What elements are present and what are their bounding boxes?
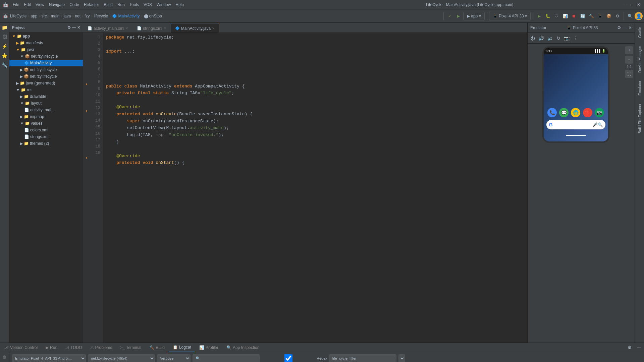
code-content[interactable]: package net.fzy.lifecycle; import ...; p… [103, 33, 527, 343]
emulator-screenshot-btn[interactable]: 📷 [562, 35, 571, 42]
avd-button[interactable]: 📱 [596, 11, 604, 21]
tree-item-java-generated[interactable]: ▶ 📁 java (generated) [9, 80, 83, 86]
app-dropdown[interactable]: ▶ app ▾ [463, 12, 485, 20]
tab-app-inspection[interactable]: 🔍 App Inspection [222, 343, 263, 352]
stop-button[interactable]: ⏹ [570, 11, 578, 21]
tree-item-mipmap[interactable]: ▶ 📁 mipmap [9, 113, 83, 120]
emulator-power-btn[interactable]: ⏻ [529, 35, 536, 42]
phone-app-phone[interactable]: 📞 [547, 108, 557, 117]
tab-terminal[interactable]: >_ Terminal [116, 343, 145, 352]
tab-mainactivity[interactable]: 🔷 MainActivity.java ✕ [171, 24, 219, 33]
emulator-settings-btn[interactable]: ⚙ [617, 25, 621, 30]
breadcrumb-fzy[interactable]: fzy [85, 14, 90, 18]
breadcrumb-lifecycle[interactable]: LifeCycle [10, 14, 26, 18]
logcat-regex-check[interactable] [262, 354, 315, 362]
emulator-minimize-btn[interactable]: — [623, 25, 627, 30]
coverage-button[interactable]: 🛡 [552, 11, 560, 21]
sidebar-emulator-label[interactable]: Emulator [636, 78, 643, 98]
sidebar-build-file-explorer-label[interactable]: Build File Explorer [636, 101, 643, 136]
breadcrumb-lifecycle2[interactable]: lifecycle [94, 14, 108, 18]
tree-item-layout[interactable]: ▼ 📁 layout [9, 100, 83, 107]
project-hide-icon[interactable]: ✕ [77, 25, 80, 30]
logcat-package-filter[interactable]: net.fzy.lifecycle (4654) [88, 354, 155, 362]
settings-button[interactable]: ⚙ [613, 11, 622, 21]
menu-run[interactable]: Run [115, 2, 127, 8]
tree-item-java[interactable]: ▼ 📁 java [9, 46, 83, 53]
sidebar-resource-manager-icon[interactable]: 🖼 [1, 34, 8, 40]
menu-file[interactable]: File [11, 2, 21, 8]
emulator-rotate-btn[interactable]: ↻ [555, 35, 562, 42]
toolbar-check-icon[interactable]: ✓ [446, 11, 454, 21]
breadcrumb-net[interactable]: net [75, 14, 80, 18]
breadcrumb-main[interactable]: main [51, 14, 59, 18]
logcat-filter-input[interactable] [329, 354, 396, 362]
tab-todo[interactable]: ☑ TODO [61, 343, 86, 352]
gradle-button[interactable]: 🔨 [587, 11, 595, 21]
tab-activity-main[interactable]: 📄 activity_main.xml ✕ [83, 24, 132, 33]
search-button[interactable]: 🔍 [626, 11, 634, 21]
emulator-vol-up-btn[interactable]: 🔊 [537, 35, 545, 42]
emulator-zoom-in-btn[interactable]: + [625, 46, 633, 54]
menu-vcs[interactable]: VCS [142, 2, 154, 8]
debug-button[interactable]: 🐛 [544, 11, 552, 21]
menu-navigate[interactable]: Navigate [47, 2, 67, 8]
menu-window[interactable]: Window [155, 2, 173, 8]
tree-item-manifests[interactable]: ▶ 📁 manifests [9, 40, 83, 46]
profile-button[interactable]: 📊 [561, 11, 569, 21]
close-button[interactable]: ✕ [636, 2, 641, 7]
logcat-filter-dropdown[interactable]: ▾ [398, 354, 405, 362]
menu-build[interactable]: Build [102, 2, 115, 8]
sdk-button[interactable]: 📦 [605, 11, 613, 21]
bottom-hide-btn[interactable]: — [634, 345, 644, 350]
menu-help[interactable]: Help [173, 2, 186, 8]
breadcrumb-src[interactable]: src [41, 14, 47, 18]
logcat-level-filter[interactable]: Verbose Debug Info Warn Error [157, 354, 191, 362]
breadcrumb-java[interactable]: java [63, 14, 71, 18]
tab-version-control[interactable]: ⎇ Version Control [0, 343, 42, 352]
menu-tools[interactable]: Tools [127, 2, 141, 8]
bottom-settings-btn[interactable]: ⚙ [625, 345, 634, 350]
tree-item-activity-main[interactable]: 📄 activity_mai... [9, 107, 83, 113]
tree-item-app[interactable]: ▼ 📁 app [9, 33, 83, 40]
breadcrumb-onstop[interactable]: ⬤ onStop [144, 14, 162, 18]
tab-problems[interactable]: ⚠ Problems [86, 343, 116, 352]
phone-lens-icon[interactable]: 🔍 [598, 122, 603, 127]
emulator-vol-down-btn[interactable]: 🔉 [546, 35, 554, 42]
tree-item-net3[interactable]: ▶ 📦 net.fzy.lifecycle [9, 73, 83, 80]
menu-code[interactable]: Code [67, 2, 81, 8]
sidebar-bookmarks-icon[interactable]: ⭐ [1, 52, 8, 59]
sidebar-device-manager-label[interactable]: Device Manager [636, 43, 643, 75]
project-collapse-icon[interactable]: — [72, 25, 76, 30]
user-avatar[interactable]: 👤 [635, 12, 643, 20]
menu-view[interactable]: View [34, 2, 46, 8]
breadcrumb-app[interactable]: app [31, 14, 37, 18]
logcat-device-filter[interactable]: Emulator Pixel_4_API_33 Androi... [12, 354, 86, 362]
sidebar-gradle-label[interactable]: Gradle [636, 24, 643, 41]
logcat-search-input[interactable] [193, 354, 260, 362]
breadcrumb-mainactivity[interactable]: 🔷 MainActivity [112, 14, 140, 18]
tree-item-strings[interactable]: 📄 strings.xml [9, 133, 83, 140]
menu-edit[interactable]: Edit [22, 2, 33, 8]
phone-search-bar[interactable]: G 🎤 🔍 [546, 120, 605, 129]
run-button[interactable]: ▶ [535, 11, 543, 21]
tab-close-strings[interactable]: ✕ [164, 26, 166, 30]
tab-close-activity-main[interactable]: ✕ [125, 26, 128, 30]
toolbar-run-icon[interactable]: ▶ [454, 11, 463, 21]
phone-app-messages[interactable]: 💬 [559, 108, 569, 117]
tree-item-net2[interactable]: ▶ 📦 net.fzy.lifecycle [9, 66, 83, 73]
toolbar-android-icon[interactable]: 🤖 [1, 11, 9, 21]
sidebar-project-icon[interactable]: 📁 [1, 24, 8, 31]
tab-run[interactable]: ▶ Run [42, 343, 61, 352]
sidebar-build-variants-icon[interactable]: 🔧 [1, 62, 8, 68]
logcat-clear-icon[interactable]: 🗑 [1, 354, 8, 360]
phone-mic-icon[interactable]: 🎤 [593, 122, 598, 127]
phone-app-google[interactable]: 🔴 [583, 108, 592, 117]
sidebar-structure-icon[interactable]: ⚡ [1, 43, 8, 50]
tree-item-res[interactable]: ▼ 📁 res [9, 86, 83, 93]
tree-item-drawable[interactable]: ▶ 📁 drawable [9, 93, 83, 100]
tab-build[interactable]: 🔨 Build [145, 343, 169, 352]
minimize-button[interactable]: ─ [623, 2, 628, 7]
phone-app-camera[interactable]: 📷 [595, 108, 604, 117]
tree-item-themes[interactable]: ▶ 📁 themes (2) [9, 140, 83, 147]
sync-button[interactable]: 🔄 [579, 11, 587, 21]
